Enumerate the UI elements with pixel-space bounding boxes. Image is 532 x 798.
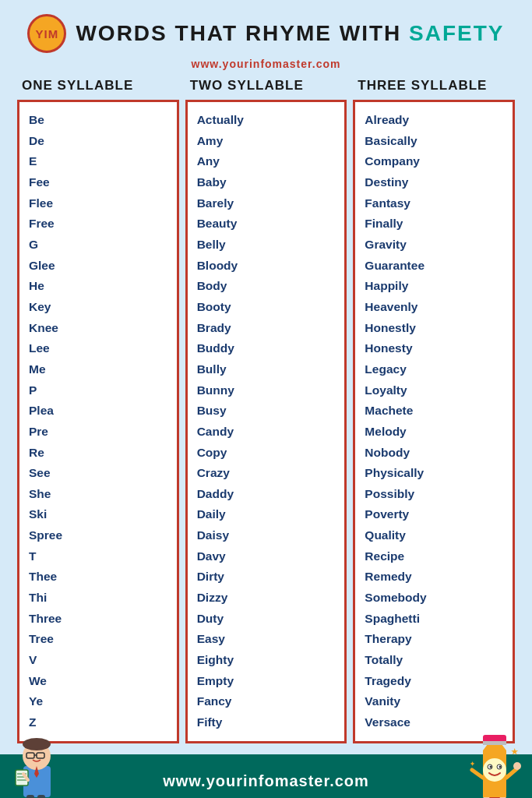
list-item: Destiny [365, 172, 503, 193]
svg-line-27 [506, 768, 517, 778]
list-item: Baby [197, 172, 336, 193]
list-item: Booty [197, 297, 336, 318]
list-item: Be [29, 110, 167, 131]
list-item: Somebody [365, 588, 503, 609]
list-item: P [29, 380, 167, 401]
list-item: Actually [197, 110, 336, 131]
svg-rect-20 [483, 741, 506, 745]
page-header: YIM WORDS THAT RHYME WITH SAFETY [0, 0, 532, 58]
three-syllable-column: AlreadyBasicallyCompanyDestinyFantasyFin… [353, 100, 515, 743]
col-header-2: TWO SYLLABLE [182, 78, 351, 94]
list-item: Versace [365, 712, 503, 733]
svg-point-25 [499, 765, 502, 768]
list-item: Belly [197, 235, 336, 256]
list-item: Basically [365, 131, 503, 152]
list-item: Honestly [365, 318, 503, 339]
list-item: Body [197, 276, 336, 297]
list-item: Already [365, 110, 503, 131]
svg-point-28 [513, 762, 521, 770]
list-item: T [29, 546, 167, 567]
list-item: Glee [29, 256, 167, 277]
logo: YIM [27, 14, 66, 53]
list-item: Crazy [197, 463, 336, 484]
list-item: Tree [29, 629, 167, 650]
list-item: Plea [29, 401, 167, 422]
list-item: Bully [197, 359, 336, 380]
list-item: Ski [29, 504, 167, 525]
list-item: Company [365, 151, 503, 172]
list-item: Candy [197, 422, 336, 443]
list-item: He [29, 276, 167, 297]
list-item: Brady [197, 318, 336, 339]
list-item: Quality [365, 525, 503, 546]
mascot-right: ★ ✦ [466, 731, 524, 798]
title-main: WORDS THAT RHYME WITH [76, 21, 409, 45]
list-item: Nobody [365, 443, 503, 464]
list-item: See [29, 463, 167, 484]
column-headers: ONE SYLLABLE TWO SYLLABLE THREE SYLLABLE [0, 78, 532, 94]
col-header-3: THREE SYLLABLE [350, 78, 518, 94]
list-item: Legacy [365, 359, 503, 380]
list-item: Copy [197, 443, 336, 464]
svg-point-24 [490, 765, 492, 768]
list-item: V [29, 650, 167, 671]
list-item: Dirty [197, 567, 336, 588]
list-item: Buddy [197, 338, 336, 359]
list-item: Any [197, 151, 336, 172]
footer-url: www.yourinfomaster.com [163, 772, 369, 790]
list-item: Beauty [197, 214, 336, 235]
list-item: Knee [29, 318, 167, 339]
list-item: Remedy [365, 567, 503, 588]
list-item: E [29, 151, 167, 172]
svg-rect-12 [26, 795, 34, 798]
list-item: Dizzy [197, 588, 336, 609]
list-item: Pre [29, 422, 167, 443]
list-item: Therapy [365, 629, 503, 650]
list-item: Daddy [197, 484, 336, 505]
list-item: Spaghetti [365, 609, 503, 630]
list-item: Happily [365, 276, 503, 297]
list-item: De [29, 131, 167, 152]
list-item: Thi [29, 588, 167, 609]
list-item: Three [29, 609, 167, 630]
list-item: Bloody [197, 256, 336, 277]
list-item: Fee [29, 172, 167, 193]
list-item: Vanity [365, 691, 503, 712]
list-item: Me [29, 359, 167, 380]
list-item: Re [29, 443, 167, 464]
list-item: Duty [197, 609, 336, 630]
list-item: Guarantee [365, 256, 503, 277]
list-item: Totally [365, 650, 503, 671]
list-item: Key [29, 297, 167, 318]
list-item: Flee [29, 193, 167, 214]
list-item: Davy [197, 546, 336, 567]
list-item: Heavenly [365, 297, 503, 318]
list-item: Fantasy [365, 193, 503, 214]
list-item: Gravity [365, 235, 503, 256]
mascot-left [8, 731, 66, 798]
list-item: Bunny [197, 380, 336, 401]
list-item: Spree [29, 525, 167, 546]
list-item: Recipe [365, 546, 503, 567]
list-item: Machete [365, 401, 503, 422]
footer: www.yourinfomaster.com [0, 754, 532, 798]
svg-text:✦: ✦ [470, 761, 476, 768]
list-item: Finally [365, 214, 503, 235]
list-item: Empty [197, 671, 336, 692]
list-item: Poverty [365, 504, 503, 525]
logo-text: YIM [36, 27, 59, 41]
list-item: She [29, 484, 167, 505]
list-item: Loyalty [365, 380, 503, 401]
svg-point-2 [23, 738, 51, 750]
list-item: Possibly [365, 484, 503, 505]
list-item: Melody [365, 422, 503, 443]
list-item: Physically [365, 463, 503, 484]
subtitle: www.yourinfomaster.com [0, 58, 532, 70]
list-item: Busy [197, 401, 336, 422]
list-item: Honesty [365, 338, 503, 359]
svg-line-26 [472, 770, 483, 778]
list-item: Daisy [197, 525, 336, 546]
list-item: Daily [197, 504, 336, 525]
col-header-1: ONE SYLLABLE [14, 78, 182, 94]
two-syllable-column: ActuallyAmyAnyBabyBarelyBeautyBellyBlood… [185, 100, 347, 743]
